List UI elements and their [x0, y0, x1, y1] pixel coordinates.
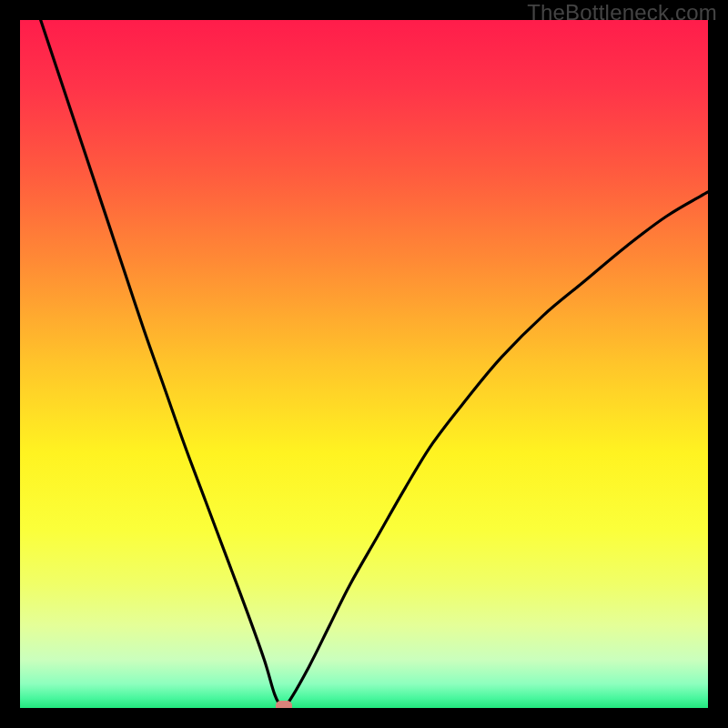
chart-frame: TheBottleneck.com	[0, 0, 728, 728]
bottleneck-curve	[20, 20, 708, 708]
watermark-text: TheBottleneck.com	[527, 0, 717, 25]
plot-area	[20, 20, 708, 708]
optimum-marker	[276, 701, 292, 708]
